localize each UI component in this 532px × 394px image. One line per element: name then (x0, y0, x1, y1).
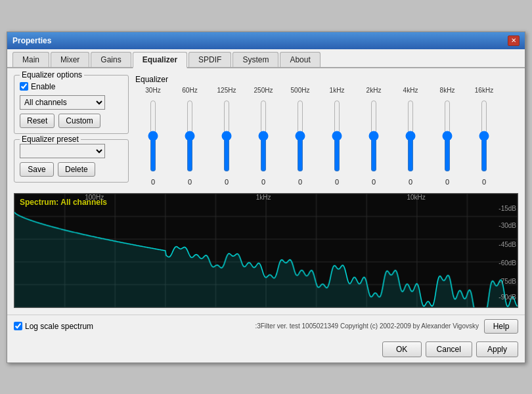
log-scale-checkbox[interactable] (14, 322, 22, 330)
tab-mixer[interactable]: Mixer (51, 52, 89, 67)
copyright-text: :3Filter ver. test 1005021349 Copyright … (255, 322, 479, 330)
equalizer-options-group: Equalizer options Enable All channels Le… (14, 75, 129, 134)
help-button[interactable]: Help (484, 319, 518, 334)
tab-equalizer[interactable]: Equalizer (133, 52, 187, 68)
eq-slider-container-1 (183, 97, 197, 175)
right-panel: Equalizer 30Hz 0 60Hz 0 125Hz 0 250Hz (135, 75, 518, 188)
save-delete-row: Save Delete (20, 162, 123, 177)
eq-slider-container-6 (366, 97, 381, 175)
log-scale-row: Log scale spectrum (14, 322, 250, 331)
ok-button[interactable]: OK (382, 341, 422, 357)
eq-slider-0[interactable] (146, 100, 160, 172)
eq-band-500Hz: 500Hz 0 (282, 87, 318, 186)
eq-value-9: 0 (482, 178, 486, 186)
eq-value-7: 0 (409, 178, 412, 186)
freq-marker-100hz: 100Hz (85, 194, 104, 201)
eq-slider-3[interactable] (256, 100, 271, 172)
db-marker-60: -60dB (499, 259, 516, 267)
dialog-buttons: OK Cancel Apply (7, 338, 525, 362)
reset-button[interactable]: Reset (20, 114, 55, 128)
apply-button[interactable]: Apply (476, 341, 518, 357)
eq-band-label-8: 8kHz (440, 87, 455, 94)
delete-button[interactable]: Delete (58, 162, 95, 177)
eq-band-60Hz: 60Hz 0 (172, 87, 208, 186)
equalizer-preset-label: Equalizer preset (20, 135, 81, 144)
eq-band-4kHz: 4kHz 0 (393, 87, 428, 186)
main-row: Equalizer options Enable All channels Le… (14, 75, 518, 188)
window-title: Properties (12, 36, 51, 45)
save-button[interactable]: Save (20, 162, 54, 177)
eq-value-0: 0 (151, 178, 155, 186)
eq-band-16kHz: 16kHz 0 (466, 87, 502, 186)
eq-value-6: 0 (372, 178, 376, 186)
cancel-button[interactable]: Cancel (426, 341, 472, 357)
tab-system[interactable]: System (233, 52, 278, 67)
eq-band-label-4: 500Hz (291, 87, 310, 94)
tab-bar: Main Mixer Gains Equalizer SPDIF System … (7, 49, 525, 68)
preset-select-row: Flat Bass Boost Treble Boost (20, 144, 123, 158)
eq-slider-container-3 (256, 97, 271, 175)
eq-band-label-7: 4kHz (403, 87, 418, 94)
eq-slider-6[interactable] (366, 100, 381, 172)
enable-row: Enable (20, 82, 123, 91)
eq-slider-container-9 (477, 97, 491, 175)
eq-band-30Hz: 30Hz 0 (135, 87, 171, 186)
reset-custom-row: Reset Custom (20, 114, 123, 128)
properties-window: Properties ✕ Main Mixer Gains Equalizer … (7, 32, 525, 363)
eq-bands-container: 30Hz 0 60Hz 0 125Hz 0 250Hz 0 500Hz (135, 87, 518, 186)
bottom-bar: Log scale spectrum :3Filter ver. test 10… (7, 315, 525, 338)
db-marker-45: -45dB (499, 241, 516, 248)
content-area: Equalizer options Enable All channels Le… (7, 68, 525, 315)
eq-slider-container-5 (330, 97, 344, 175)
close-button[interactable]: ✕ (508, 35, 520, 46)
eq-slider-7[interactable] (403, 100, 418, 172)
spectrum-container: Spectrum: All channels 100Hz 1kHz 10kHz … (14, 193, 518, 308)
tab-main[interactable]: Main (12, 52, 49, 67)
enable-label: Enable (31, 82, 55, 91)
eq-slider-5[interactable] (330, 100, 344, 172)
eq-slider-9[interactable] (477, 100, 491, 172)
eq-value-1: 0 (188, 178, 192, 186)
eq-band-label-2: 125Hz (217, 87, 236, 94)
eq-band-label-5: 1kHz (330, 87, 345, 94)
db-marker-90: -90dB (499, 294, 516, 301)
eq-section-label: Equalizer (135, 75, 518, 84)
channel-select[interactable]: All channels Left Right (20, 95, 105, 110)
eq-slider-8[interactable] (440, 100, 454, 172)
custom-button[interactable]: Custom (58, 114, 100, 128)
eq-band-label-3: 250Hz (254, 87, 273, 94)
db-marker-30: -30dB (499, 222, 516, 229)
eq-value-4: 0 (298, 178, 302, 186)
eq-band-label-0: 30Hz (145, 87, 160, 94)
tab-about[interactable]: About (280, 52, 320, 67)
channel-select-row: All channels Left Right (20, 95, 123, 110)
spectrum-canvas (14, 194, 518, 307)
eq-band-label-6: 2kHz (366, 87, 382, 94)
eq-slider-4[interactable] (293, 100, 307, 172)
preset-select[interactable]: Flat Bass Boost Treble Boost (20, 144, 105, 158)
enable-checkbox[interactable] (20, 82, 28, 91)
eq-slider-container-7 (403, 97, 418, 175)
freq-marker-1khz: 1kHz (256, 194, 271, 201)
eq-band-8kHz: 8kHz 0 (430, 87, 465, 186)
eq-value-2: 0 (225, 178, 229, 186)
tab-spdif[interactable]: SPDIF (188, 52, 231, 67)
eq-band-1kHz: 1kHz 0 (319, 87, 355, 186)
eq-band-125Hz: 125Hz 0 (209, 87, 244, 186)
eq-band-label-1: 60Hz (182, 87, 197, 94)
equalizer-options-label: Equalizer options (20, 70, 84, 79)
db-marker-75: -75dB (499, 278, 516, 285)
eq-band-250Hz: 250Hz 0 (246, 87, 281, 186)
left-panel: Equalizer options Enable All channels Le… (14, 75, 129, 188)
eq-value-5: 0 (335, 178, 339, 186)
db-marker-15: -15dB (499, 205, 516, 212)
eq-value-8: 0 (445, 178, 449, 186)
tab-gains[interactable]: Gains (91, 52, 131, 67)
eq-slider-2[interactable] (219, 100, 234, 172)
eq-value-3: 0 (261, 178, 265, 186)
eq-band-2kHz: 2kHz 0 (356, 87, 391, 186)
eq-band-label-9: 16kHz (475, 87, 493, 94)
title-bar: Properties ✕ (7, 32, 525, 49)
eq-slider-1[interactable] (183, 100, 197, 172)
eq-slider-container-2 (219, 97, 234, 175)
